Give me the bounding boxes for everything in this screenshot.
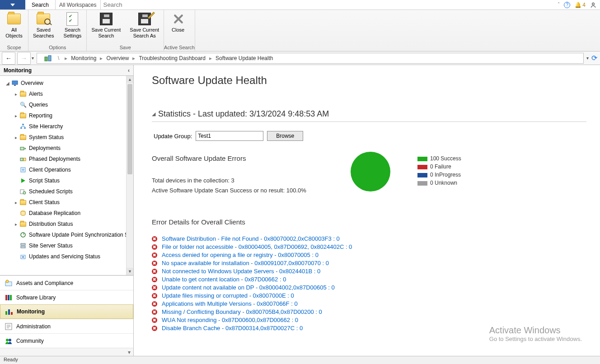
breadcrumb-item[interactable]: Software Update Health (215, 55, 274, 61)
error-link[interactable]: Update content not available on DP - 0x8… (162, 284, 335, 292)
error-icon: ✖ (152, 244, 157, 250)
scroll-up-button[interactable]: ▲ (127, 76, 133, 83)
error-link[interactable]: WUA Not responding - 0x87D00600,0x87D006… (162, 316, 298, 324)
chevron-right-icon[interactable]: ▸ (209, 55, 212, 61)
ribbon-group-label: Save (87, 44, 164, 51)
tree-node-phased-deployments[interactable]: Phased Deployments (0, 154, 133, 164)
caret-up-icon[interactable]: ˆ (558, 2, 559, 7)
refresh-button[interactable]: ⟳ (591, 54, 597, 62)
error-link[interactable]: Applications with Multiple Versions - 0x… (162, 300, 298, 308)
help-icon[interactable]: ? (564, 2, 570, 8)
notifications-button[interactable]: 🔔 4 (575, 2, 586, 8)
errors-subheading: Overall Software Update Errors (152, 154, 323, 162)
svg-point-0 (592, 3, 595, 5)
scroll-down-button[interactable]: ▼ (127, 268, 133, 275)
chevron-right-icon[interactable]: ▸ (132, 55, 135, 61)
save-current-search-as-button[interactable]: Save Current Search As (125, 10, 164, 44)
workspace-community[interactable]: Community (0, 333, 133, 348)
tree-node-client-operations[interactable]: Client Operations (0, 164, 133, 175)
breadcrumb-item[interactable]: Monitoring (70, 55, 97, 61)
update-group-row: Update Group: Browse (154, 131, 586, 141)
save-current-search-button[interactable]: Save Current Search (87, 10, 125, 44)
breadcrumb-dropdown[interactable]: ▾ (586, 56, 589, 61)
tree-node-queries[interactable]: 🔍Queries (0, 99, 133, 110)
error-link[interactable]: Access denied for opening a file or regi… (162, 251, 319, 259)
tree-node-reporting[interactable]: ▸Reporting (0, 110, 133, 121)
workspace-monitoring[interactable]: Monitoring (0, 304, 133, 319)
tree-node-deployments[interactable]: Deployments (0, 143, 133, 154)
nav-back-button[interactable]: ← (2, 52, 15, 65)
tree-node-scheduled-scripts[interactable]: Scheduled Scripts (0, 186, 133, 197)
tree-node-site-server-status[interactable]: Site Server Status (0, 240, 133, 251)
all-objects-button[interactable]: All Objects (0, 10, 28, 44)
scroll-thumb[interactable] (127, 84, 132, 174)
error-icon: ✖ (152, 326, 157, 331)
phased-deployments-icon (19, 156, 27, 162)
search-settings-button[interactable]: ✔✔ Search Settings (58, 10, 86, 44)
error-link[interactable]: Software Distribution - File not Found -… (162, 235, 340, 243)
body-split: Monitoring ‹ ◢Overview ▸Alerts 🔍Queries … (0, 65, 600, 356)
breadcrumb-item[interactable]: Troubleshooting Dashboard (138, 55, 206, 61)
system-menu-button[interactable] (0, 0, 25, 9)
tree-scrollbar[interactable]: ▲ ▼ (126, 76, 133, 275)
statistics-header[interactable]: ◢ Statistics - Last updated: 3/13/2024 9… (152, 109, 586, 122)
legend-swatch (417, 157, 427, 161)
assets-icon (5, 279, 13, 287)
legend-swatch (417, 173, 427, 177)
svg-marker-12 (21, 178, 25, 183)
error-link[interactable]: Disable Branch Cache - 0x87D00314,0x87D0… (162, 324, 303, 332)
tree-node-overview[interactable]: ◢Overview (0, 78, 133, 89)
collapse-pane-button[interactable]: ‹ (128, 67, 130, 74)
status-text: Ready (4, 357, 18, 362)
error-item: ✖Applications with Multiple Versions - 0… (152, 300, 586, 308)
chevron-right-icon[interactable]: ▸ (65, 55, 67, 61)
browse-button[interactable]: Browse (267, 131, 303, 141)
svg-point-14 (23, 191, 26, 194)
ribbon: All Objects Scope Saved Searches ✔✔ Sear… (0, 10, 600, 51)
chevron-right-icon[interactable]: ▸ (100, 55, 103, 61)
workspace-options-button[interactable]: ▾ (128, 349, 131, 355)
nav-pane-header: Monitoring ‹ (0, 65, 133, 76)
user-icon[interactable] (590, 2, 596, 8)
error-icon: ✖ (152, 236, 157, 242)
workspace-administration[interactable]: Administration (0, 319, 133, 333)
error-link[interactable]: Not connected to Windows Update Servers … (162, 267, 320, 275)
tree-node-site-hierarchy[interactable]: Site Hierarchy (0, 121, 133, 132)
ribbon-group-active-search: Close Active Search (164, 10, 195, 51)
svg-point-30 (9, 339, 11, 341)
saved-searches-button[interactable]: Saved Searches (28, 10, 58, 44)
svg-rect-24 (10, 295, 12, 300)
all-workspaces-label[interactable]: All Workspaces (56, 0, 100, 9)
tab-search[interactable]: Search (25, 0, 56, 9)
tree-node-script-status[interactable]: Script Status (0, 175, 133, 186)
workspace-software-library[interactable]: Software Library (0, 290, 133, 304)
home-icon[interactable] (43, 54, 52, 63)
scan-success: Active Software Update Scan Success or n… (152, 186, 323, 196)
collapse-section-icon[interactable]: ◢ (152, 111, 155, 117)
nav-history-dropdown[interactable]: ▾ (32, 56, 34, 61)
tree-node-updates-servicing-status[interactable]: Updates and Servicing Status (0, 251, 133, 262)
svg-rect-17 (21, 243, 25, 245)
tree-node-sup-sync-status[interactable]: Software Update Point Synchronization St… (0, 229, 133, 240)
breadcrumb[interactable]: \ ▸ Monitoring ▸ Overview ▸ Troubleshoot… (37, 53, 584, 64)
sync-icon (19, 232, 27, 238)
svg-point-29 (6, 339, 9, 341)
error-link[interactable]: Missing / Conflicting Boundary - 0x80070… (162, 308, 322, 316)
tree-node-client-status[interactable]: ▸Client Status (0, 197, 133, 208)
tree-node-system-status[interactable]: ▸System Status (0, 132, 133, 143)
update-group-label: Update Group: (154, 133, 192, 140)
tree-node-alerts[interactable]: ▸Alerts (0, 89, 133, 99)
error-link[interactable]: No space available for installation - 0x… (162, 259, 329, 267)
nav-forward-button[interactable]: → (17, 52, 31, 65)
tree-node-database-replication[interactable]: Database Replication (0, 208, 133, 219)
workspace-assets[interactable]: Assets and Compliance (0, 275, 133, 290)
breadcrumb-item[interactable]: Overview (105, 55, 130, 61)
search-input[interactable] (101, 0, 554, 9)
tree-node-distribution-status[interactable]: ▸Distribution Status (0, 219, 133, 229)
error-link[interactable]: Unable to get content location - 0x87D00… (162, 275, 286, 284)
update-group-input[interactable] (196, 131, 263, 141)
error-link[interactable]: File or folder not accessible - 0x800040… (162, 243, 352, 251)
error-link[interactable]: Update files missing or corrupted - 0x80… (162, 292, 294, 300)
close-search-button[interactable]: Close (164, 10, 192, 44)
workspace-footer: ▾ (0, 348, 133, 356)
